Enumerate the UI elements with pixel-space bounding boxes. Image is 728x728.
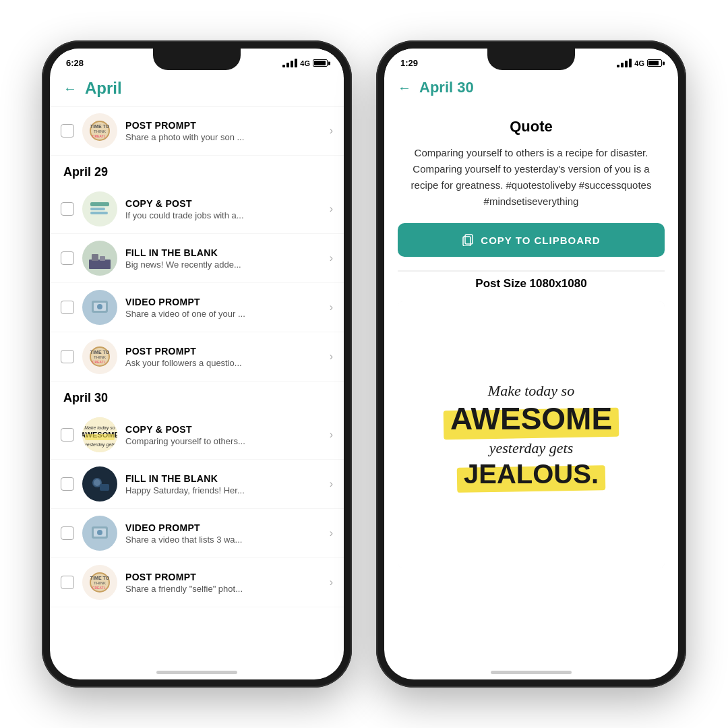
item-type: FILL IN THE BLANK xyxy=(125,473,322,484)
list-item[interactable]: VIDEO PROMPT Share a video that lists 3 … xyxy=(50,509,344,558)
svg-rect-4 xyxy=(90,202,109,206)
chevron-icon: › xyxy=(330,429,333,441)
svg-point-24 xyxy=(94,479,100,486)
svg-text:CREATI...: CREATI... xyxy=(92,360,108,364)
svg-rect-6 xyxy=(90,212,108,214)
item-thumbnail: TIME TOTHINKCREATI... xyxy=(82,113,117,148)
phone-1-title: April xyxy=(85,79,122,98)
item-text: VIDEO PROMPT Share a video of one of you… xyxy=(125,297,322,319)
chevron-icon: › xyxy=(330,203,333,215)
checkbox[interactable] xyxy=(61,202,74,216)
phones-container: 6:28 4G ← April xyxy=(15,13,713,715)
svg-rect-8 xyxy=(92,254,98,261)
signal-icon xyxy=(282,59,297,67)
svg-text:Make today so: Make today so xyxy=(84,425,115,431)
svg-rect-25 xyxy=(100,484,109,491)
phone-2-status-icons: 4G xyxy=(617,59,662,67)
chevron-icon: › xyxy=(330,478,333,490)
network-label: 4G xyxy=(300,59,310,67)
phone-2-status-bar: 1:29 4G xyxy=(384,49,678,72)
copy-button[interactable]: COPY TO CLIPBOARD xyxy=(398,223,665,257)
svg-text:CREATI...: CREATI... xyxy=(92,586,108,590)
item-subtitle: Happy Saturday, friends! Her... xyxy=(125,485,322,495)
svg-rect-20 xyxy=(85,434,115,440)
checkbox[interactable] xyxy=(61,301,74,314)
home-indicator-1 xyxy=(156,671,237,674)
svg-text:yesterday gets: yesterday gets xyxy=(84,442,115,448)
section-title: Quote xyxy=(398,118,665,135)
svg-point-28 xyxy=(97,530,102,535)
list-item[interactable]: VIDEO PROMPT Share a video of one of you… xyxy=(50,283,344,332)
card-line4: JEALOUS. xyxy=(464,459,599,489)
item-subtitle: Big news! We recently adde... xyxy=(125,260,322,270)
back-arrow-1[interactable]: ← xyxy=(63,81,77,96)
list-item[interactable]: FILL IN THE BLANK Big news! We recently … xyxy=(50,234,344,283)
copy-button-label: COPY TO CLIPBOARD xyxy=(481,235,600,246)
chevron-icon: › xyxy=(330,301,333,313)
signal-icon-2 xyxy=(617,59,632,67)
chevron-icon: › xyxy=(330,252,333,264)
battery-icon xyxy=(313,59,328,67)
battery-icon-2 xyxy=(647,59,662,67)
item-subtitle: Share a video of one of your ... xyxy=(125,309,322,319)
checkbox[interactable] xyxy=(61,428,74,442)
item-text: POST PROMPT Ask your followers a questio… xyxy=(125,346,322,368)
chevron-icon: › xyxy=(330,125,333,137)
item-type: FILL IN THE BLANK xyxy=(125,247,322,258)
checkbox[interactable] xyxy=(61,251,74,265)
section-header-april29: April 29 xyxy=(50,156,344,185)
checkbox[interactable] xyxy=(61,124,74,138)
jealous-wrapper: JEALOUS. xyxy=(464,459,599,489)
clipboard-icon xyxy=(462,234,474,246)
checkbox[interactable] xyxy=(61,477,74,491)
phone-2-time: 1:29 xyxy=(400,58,418,68)
checkbox[interactable] xyxy=(61,350,74,363)
phone-1-status-icons: 4G xyxy=(282,59,328,67)
svg-rect-33 xyxy=(465,235,473,244)
phone-2-screen: 1:29 4G ← April 30 xyxy=(384,49,678,679)
list-item[interactable]: COPY & POST If you could trade jobs with… xyxy=(50,185,344,234)
item-subtitle: If you could trade jobs with a... xyxy=(125,210,322,220)
awesome-wrapper: AWESOME xyxy=(450,402,612,436)
item-text: POST PROMPT Share a photo with your son … xyxy=(125,120,322,142)
item-thumbnail: TIME TOTHINKCREATI... xyxy=(82,339,117,374)
post-size-label: Post Size 728x728 xyxy=(398,270,665,291)
list-item[interactable]: FILL IN THE BLANK Happy Saturday, friend… xyxy=(50,460,344,509)
quote-card: Make today so AWESOME yesterday gets JEA… xyxy=(398,301,665,568)
image-preview: Make today so AWESOME yesterday gets JEA… xyxy=(398,301,665,568)
card-line1: Make today so xyxy=(488,381,574,402)
item-thumbnail xyxy=(82,191,117,226)
svg-rect-5 xyxy=(90,208,105,210)
phone-2-title: April 30 xyxy=(419,79,474,96)
list-item[interactable]: TIME TOTHINKCREATI... POST PROMPT Share … xyxy=(50,558,344,607)
svg-text:THINK: THINK xyxy=(94,355,106,359)
item-type: VIDEO PROMPT xyxy=(125,522,322,533)
phone-1-time: 6:28 xyxy=(66,58,84,68)
svg-rect-9 xyxy=(100,256,105,261)
list-item[interactable]: TIME TOTHINKCREATI... POST PROMPT Ask yo… xyxy=(50,332,344,382)
network-label-2: 4G xyxy=(634,59,644,67)
list-item[interactable]: Make today soAWESOMEyesterday gets COPY … xyxy=(50,411,344,460)
chevron-icon: › xyxy=(330,527,333,539)
card-line3: yesterday gets xyxy=(489,438,573,459)
item-subtitle: Share a friendly "selfie" phot... xyxy=(125,584,322,594)
checkbox[interactable] xyxy=(61,526,74,540)
checkbox[interactable] xyxy=(61,576,74,589)
home-indicator-2 xyxy=(491,671,572,674)
phone-1-header: ← April xyxy=(50,72,344,107)
item-thumbnail xyxy=(82,466,117,502)
chevron-icon: › xyxy=(330,576,333,588)
item-type: COPY & POST xyxy=(125,424,322,435)
back-arrow-2[interactable]: ← xyxy=(398,80,411,96)
svg-rect-7 xyxy=(89,260,111,269)
list-item[interactable]: TIME TOTHINKCREATI... POST PROMPT Share … xyxy=(50,107,344,156)
detail-content: Quote Comparing yourself to others is a … xyxy=(384,104,678,665)
item-subtitle: Comparing yourself to others... xyxy=(125,436,322,446)
card-line2: AWESOME xyxy=(450,402,612,436)
list-content: TIME TOTHINKCREATI... POST PROMPT Share … xyxy=(50,107,344,665)
svg-text:THINK: THINK xyxy=(94,129,106,133)
svg-text:TIME TO: TIME TO xyxy=(90,124,110,129)
item-type: POST PROMPT xyxy=(125,346,322,357)
quote-body: Comparing yourself to others is a recipe… xyxy=(398,145,665,210)
notch-1 xyxy=(153,49,241,70)
